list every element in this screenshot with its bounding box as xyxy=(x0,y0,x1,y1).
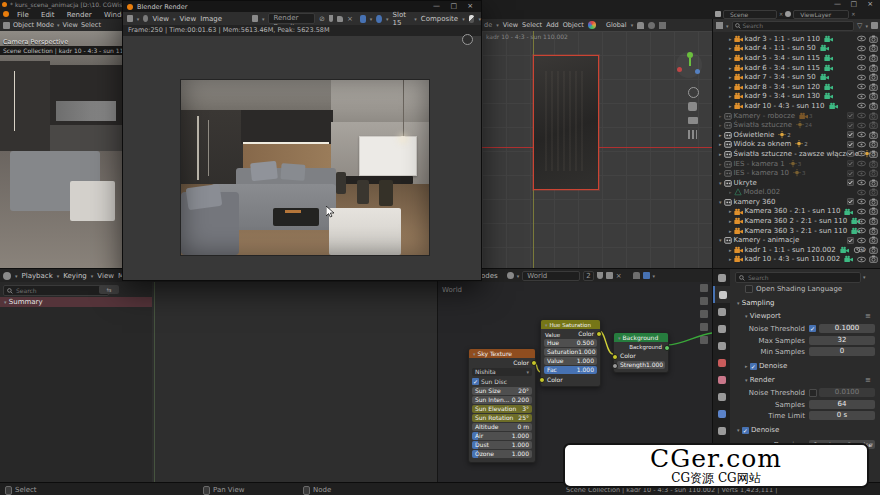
xray-icon[interactable] xyxy=(659,22,666,29)
disable-render-icon[interactable] xyxy=(869,44,878,52)
disable-render-icon[interactable] xyxy=(869,92,878,100)
expand-caret-icon[interactable]: ▸ xyxy=(729,74,732,80)
node-field-sun-rotation[interactable]: Sun Rotation25° xyxy=(472,414,532,422)
expand-caret-icon[interactable]: ▸ xyxy=(729,256,732,262)
expand-caret-icon[interactable]: ▸ xyxy=(729,65,732,71)
image-pin-icon[interactable] xyxy=(143,15,148,22)
n-panel-tab-icon[interactable] xyxy=(700,284,708,292)
fake-user-icon[interactable] xyxy=(329,15,333,22)
rd-noise-threshold-checkbox[interactable] xyxy=(809,389,817,397)
viewport-panel-menu-icon[interactable]: ≡ xyxy=(865,312,871,320)
close-button[interactable]: × xyxy=(462,2,478,10)
hide-eye-icon[interactable] xyxy=(857,74,866,81)
expand-caret-icon[interactable]: ▸ xyxy=(719,113,722,119)
section-sampling[interactable]: ▾ Sampling xyxy=(737,299,775,307)
expand-caret-icon[interactable]: ▸ xyxy=(719,141,722,147)
expand-caret-icon[interactable]: ▸ xyxy=(729,93,732,99)
viewlayer-selector[interactable]: ViewLayer xyxy=(793,10,849,19)
viewport-camera-preview[interactable]: Camera Perspective Scene Collection | ka… xyxy=(0,31,122,268)
collection-checkbox[interactable] xyxy=(847,122,854,129)
render-window[interactable]: Blender Render — □ × ▾ View▾ View Image … xyxy=(122,0,482,281)
background-strength-field[interactable]: Strength1.000 xyxy=(617,361,665,369)
expand-caret-icon[interactable]: ▸ xyxy=(729,189,732,195)
hide-eye-icon[interactable] xyxy=(857,131,866,138)
vp-min-samples-value[interactable]: 0 xyxy=(809,347,875,356)
menu-object[interactable]: Object xyxy=(563,21,584,29)
outliner-collection-row[interactable]: ▾Kamery - animacje xyxy=(713,235,880,245)
expand-caret-icon[interactable]: ▸ xyxy=(729,36,732,42)
node-field-hue[interactable]: Hue0.500 xyxy=(544,339,597,347)
background-color-input-socket[interactable] xyxy=(612,354,618,360)
menu-select[interactable]: Select xyxy=(522,21,542,29)
outliner-object-row[interactable]: ▸Model.002 xyxy=(713,188,880,198)
disable-render-icon[interactable] xyxy=(869,227,878,235)
disable-render-icon[interactable] xyxy=(869,102,878,110)
collection-checkbox[interactable] xyxy=(847,131,854,138)
collection-checkbox[interactable] xyxy=(847,237,854,244)
hide-eye-icon[interactable] xyxy=(857,208,866,215)
outliner-collection-row[interactable]: ▸Widok za oknem2 xyxy=(713,140,880,150)
snap-magnet-icon[interactable] xyxy=(637,22,644,29)
sky-texture-node[interactable]: ▾ Sky Texture Color Nishita▾ ✓Sun Disc S… xyxy=(468,348,536,463)
view-transform-icon[interactable] xyxy=(376,15,382,23)
background-strength-socket[interactable] xyxy=(612,363,618,369)
hide-eye-icon[interactable] xyxy=(857,189,866,196)
background-node-header[interactable]: ▾ Background xyxy=(614,333,668,342)
disable-render-icon[interactable] xyxy=(869,64,878,72)
hide-eye-icon[interactable] xyxy=(857,179,866,186)
editor-type-clock-icon[interactable] xyxy=(3,272,11,280)
dopesheet-search-input[interactable]: Search xyxy=(3,285,109,296)
playhead-line[interactable] xyxy=(154,282,155,483)
tool-tab-icon[interactable] xyxy=(713,269,730,286)
disable-render-icon[interactable] xyxy=(869,54,878,62)
node-field-sun-inten-[interactable]: Sun Inten...0.200 xyxy=(472,396,532,404)
menu-playback[interactable]: Playback xyxy=(22,272,53,280)
hide-eye-icon[interactable] xyxy=(857,35,866,42)
hide-eye-icon[interactable] xyxy=(857,141,866,148)
outliner-collection-row[interactable]: ▾kamery 360 xyxy=(713,197,880,207)
collection-checkbox[interactable] xyxy=(847,160,854,167)
mode-selector[interactable]: Object Mode xyxy=(13,21,54,29)
node-field-air[interactable]: Air1.000 xyxy=(472,432,532,440)
shading-ball-icon[interactable] xyxy=(588,21,596,29)
constraint-tab-icon[interactable] xyxy=(713,422,730,439)
disable-render-icon[interactable] xyxy=(869,255,878,263)
hide-eye-icon[interactable] xyxy=(857,54,866,61)
expand-caret-icon[interactable]: ▸ xyxy=(729,208,732,214)
section-viewport[interactable]: ▾ Viewport xyxy=(745,312,781,320)
grid-toggle-icon[interactable] xyxy=(688,130,697,139)
outliner-object-row[interactable]: ▸Kamera 360 3 - 2:1 - sun 110 xyxy=(713,226,880,236)
outliner-object-row[interactable]: ▸kadr 10 - 4:3 - sun 110 xyxy=(713,101,880,111)
hsv-color-output-socket[interactable] xyxy=(596,331,602,337)
disable-render-icon[interactable] xyxy=(869,112,878,120)
vp-noise-threshold-checkbox[interactable]: ✓ xyxy=(809,325,816,332)
outliner-collection-row[interactable]: ▾Ukryte xyxy=(713,178,880,188)
render-window-titlebar[interactable]: Blender Render — □ × xyxy=(123,1,481,12)
hide-eye-icon[interactable] xyxy=(857,256,866,263)
disable-render-icon[interactable] xyxy=(869,236,878,244)
hide-eye-icon[interactable] xyxy=(857,45,866,52)
scene-selector[interactable]: Scene xyxy=(723,10,777,19)
collection-checkbox[interactable] xyxy=(847,112,854,119)
vp-max-samples-value[interactable]: 32 xyxy=(809,336,875,345)
disable-render-icon[interactable] xyxy=(869,121,878,129)
pass-selector[interactable]: Composite xyxy=(421,15,458,23)
blender-menu-icon[interactable] xyxy=(3,11,9,17)
hsv-node-header[interactable]: ▾ Hue Saturation Value xyxy=(541,320,600,329)
expand-caret-icon[interactable]: ▾ xyxy=(719,237,722,243)
hide-eye-icon[interactable] xyxy=(857,227,866,234)
image-name-field[interactable]: Render Result xyxy=(268,13,315,24)
collection-checkbox[interactable] xyxy=(847,179,854,186)
hide-eye-icon[interactable] xyxy=(857,112,866,119)
hide-eye-icon[interactable] xyxy=(857,218,866,225)
viewport-3d[interactable]: kadr 10 - 4:3 - sun 110.002 xyxy=(482,31,712,268)
render-tab-icon[interactable] xyxy=(713,286,730,303)
unlink-datablock-icon[interactable]: × xyxy=(616,272,622,280)
n-panel-tab-icon[interactable] xyxy=(700,310,708,318)
sky-type-dropdown[interactable]: Nishita▾ xyxy=(472,368,532,376)
material-tab-icon[interactable] xyxy=(713,371,730,388)
camera-view-icon[interactable] xyxy=(688,117,698,124)
world-tab-icon[interactable] xyxy=(713,354,730,371)
hide-eye-icon[interactable] xyxy=(857,122,866,129)
hide-eye-icon[interactable] xyxy=(857,198,866,205)
